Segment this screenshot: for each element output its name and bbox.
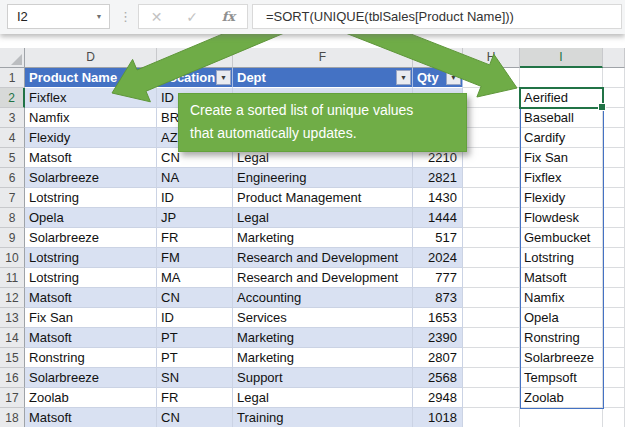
formula-input[interactable]: =SORT(UNIQUE(tblSales[Product Name])) xyxy=(252,4,622,29)
row-header-15[interactable]: 15 xyxy=(0,348,25,368)
cell-G13[interactable]: 1653 xyxy=(413,308,463,328)
row-header-8[interactable]: 8 xyxy=(0,208,25,228)
cell-E14[interactable]: PT xyxy=(157,328,233,348)
cell-E8[interactable]: JP xyxy=(157,208,233,228)
row-header-4[interactable]: 4 xyxy=(0,128,25,148)
cell-G17[interactable]: 2948 xyxy=(413,388,463,408)
cell-E10[interactable]: FM xyxy=(157,248,233,268)
cell-I4[interactable]: Cardify xyxy=(520,128,603,148)
cell-E18[interactable]: CN xyxy=(157,408,233,427)
column-header-D[interactable]: D xyxy=(25,48,157,68)
cell-J15[interactable] xyxy=(603,348,625,368)
cell-F17[interactable]: Legal xyxy=(233,388,413,408)
cell-J18[interactable] xyxy=(603,408,625,427)
cell-I1[interactable] xyxy=(520,68,603,88)
cell-D14[interactable]: Matsoft xyxy=(25,328,157,348)
cell-E1[interactable]: Location▼ xyxy=(157,68,233,88)
row-header-12[interactable]: 12 xyxy=(0,288,25,308)
cell-D17[interactable]: Zoolab xyxy=(25,388,157,408)
row-header-16[interactable]: 16 xyxy=(0,368,25,388)
row-header-18[interactable]: 18 xyxy=(0,408,25,427)
cell-F18[interactable]: Training xyxy=(233,408,413,427)
cell-E16[interactable]: SN xyxy=(157,368,233,388)
cell-J7[interactable] xyxy=(603,188,625,208)
cell-I7[interactable]: Flexidy xyxy=(520,188,603,208)
enter-icon[interactable]: ✓ xyxy=(186,9,198,25)
cell-J13[interactable] xyxy=(603,308,625,328)
cell-D4[interactable]: Flexidy xyxy=(25,128,157,148)
cell-I9[interactable]: Gembucket xyxy=(520,228,603,248)
cell-E7[interactable]: ID xyxy=(157,188,233,208)
filter-button-location[interactable]: ▼ xyxy=(216,70,231,85)
cell-D9[interactable]: Solarbreeze xyxy=(25,228,157,248)
cell-D16[interactable]: Solarbreeze xyxy=(25,368,157,388)
cell-E15[interactable]: PT xyxy=(157,348,233,368)
cell-D5[interactable]: Matsoft xyxy=(25,148,157,168)
cell-G14[interactable]: 2390 xyxy=(413,328,463,348)
cell-E11[interactable]: MA xyxy=(157,268,233,288)
active-cell-I2[interactable] xyxy=(519,87,604,109)
cell-J17[interactable] xyxy=(603,388,625,408)
cell-J11[interactable] xyxy=(603,268,625,288)
cell-G11[interactable]: 777 xyxy=(413,268,463,288)
cell-H4[interactable] xyxy=(463,128,520,148)
cell-H1[interactable] xyxy=(463,68,520,88)
cell-H14[interactable] xyxy=(463,328,520,348)
column-header-F[interactable]: F xyxy=(233,48,413,68)
cell-I10[interactable]: Lotstring xyxy=(520,248,603,268)
cell-H3[interactable] xyxy=(463,108,520,128)
cell-J1[interactable] xyxy=(603,68,625,88)
cell-F9[interactable]: Marketing xyxy=(233,228,413,248)
cell-H13[interactable] xyxy=(463,308,520,328)
row-header-7[interactable]: 7 xyxy=(0,188,25,208)
row-header-5[interactable]: 5 xyxy=(0,148,25,168)
cell-I15[interactable]: Solarbreeze xyxy=(520,348,603,368)
row-header-9[interactable]: 9 xyxy=(0,228,25,248)
cell-E9[interactable]: FR xyxy=(157,228,233,248)
cell-I6[interactable]: Fixflex xyxy=(520,168,603,188)
row-header-1[interactable]: 1 xyxy=(0,68,25,88)
column-header-G[interactable]: G xyxy=(413,48,463,68)
cell-J5[interactable] xyxy=(603,148,625,168)
cell-F12[interactable]: Accounting xyxy=(233,288,413,308)
cell-I13[interactable]: Opela xyxy=(520,308,603,328)
cell-I8[interactable]: Flowdesk xyxy=(520,208,603,228)
cell-H12[interactable] xyxy=(463,288,520,308)
cancel-icon[interactable]: ✕ xyxy=(151,9,163,25)
cell-J8[interactable] xyxy=(603,208,625,228)
cell-H2[interactable] xyxy=(463,88,520,108)
cell-H18[interactable] xyxy=(463,408,520,427)
cell-I16[interactable]: Tempsoft xyxy=(520,368,603,388)
filter-button-qty[interactable]: ▼ xyxy=(446,70,461,85)
cell-D6[interactable]: Solarbreeze xyxy=(25,168,157,188)
cell-F14[interactable]: Marketing xyxy=(233,328,413,348)
cell-F11[interactable]: Research and Development xyxy=(233,268,413,288)
cell-H5[interactable] xyxy=(463,148,520,168)
cell-F1[interactable]: Dept▼ xyxy=(233,68,413,88)
cell-I3[interactable]: Baseball xyxy=(520,108,603,128)
cell-G8[interactable]: 1444 xyxy=(413,208,463,228)
cell-D3[interactable]: Namfix xyxy=(25,108,157,128)
cell-E6[interactable]: NA xyxy=(157,168,233,188)
cell-I18[interactable] xyxy=(520,408,603,427)
cell-J16[interactable] xyxy=(603,368,625,388)
cell-F15[interactable]: Marketing xyxy=(233,348,413,368)
cell-G10[interactable]: 2024 xyxy=(413,248,463,268)
cell-H11[interactable] xyxy=(463,268,520,288)
cell-G9[interactable]: 517 xyxy=(413,228,463,248)
cell-D7[interactable]: Lotstring xyxy=(25,188,157,208)
cell-J4[interactable] xyxy=(603,128,625,148)
cell-H15[interactable] xyxy=(463,348,520,368)
cell-H9[interactable] xyxy=(463,228,520,248)
cell-F7[interactable]: Product Management xyxy=(233,188,413,208)
row-header-10[interactable]: 10 xyxy=(0,248,25,268)
cell-I11[interactable]: Matsoft xyxy=(520,268,603,288)
row-header-17[interactable]: 17 xyxy=(0,388,25,408)
row-header-13[interactable]: 13 xyxy=(0,308,25,328)
filter-button-product-name[interactable]: ▼ xyxy=(140,70,155,85)
cell-D11[interactable]: Lotstring xyxy=(25,268,157,288)
cell-G1[interactable]: Qty▼ xyxy=(413,68,463,88)
cell-G18[interactable]: 1018 xyxy=(413,408,463,427)
cell-H10[interactable] xyxy=(463,248,520,268)
name-box[interactable]: I2 ▼ xyxy=(7,4,110,29)
